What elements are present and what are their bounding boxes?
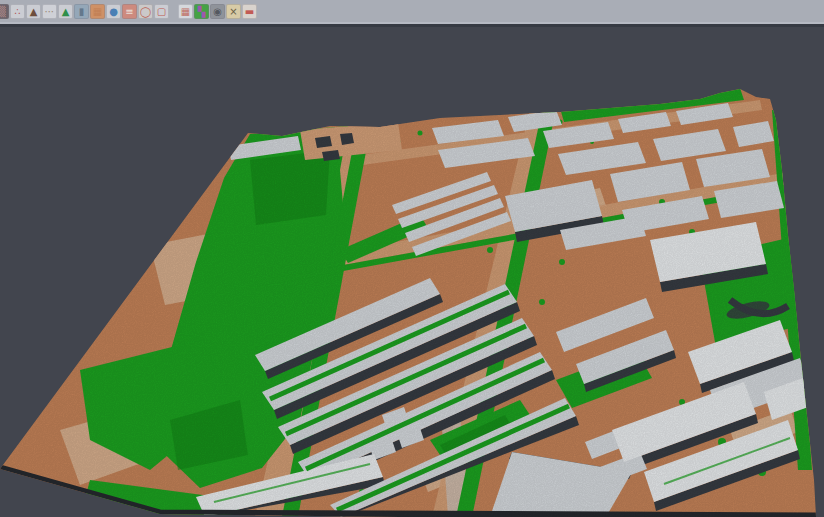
sparse-points-icon[interactable]: ⋯	[42, 4, 57, 19]
camera-lens-icon[interactable]: ◉	[210, 4, 225, 19]
point-cloud-scene[interactable]	[0, 0, 824, 517]
globe-icon[interactable]: ●	[106, 4, 121, 19]
main-toolbar: ▒∴▲⋯▲▮▦●≡◯▢▦▚◉×▬	[0, 0, 824, 24]
eraser-icon[interactable]: ▬	[242, 4, 257, 19]
toolbar-divider	[0, 24, 824, 27]
elevation-ramp-icon[interactable]: ≡	[122, 4, 137, 19]
terrain-mound-icon[interactable]: ▲	[26, 4, 41, 19]
checker-overlay-icon[interactable]: ▦	[178, 4, 193, 19]
toolbar-separator	[170, 4, 177, 19]
class-edit-icon[interactable]: ×	[226, 4, 241, 19]
point-cloud-icon[interactable]: ▒	[0, 4, 9, 19]
selection-corners-icon[interactable]: ▢	[154, 4, 169, 19]
ortho-tile-icon[interactable]: ▦	[90, 4, 105, 19]
green-hill-icon[interactable]: ▲	[58, 4, 73, 19]
profile-column-icon[interactable]: ▮	[74, 4, 89, 19]
scatter-classes-icon[interactable]: ∴	[10, 4, 25, 19]
application-window: ▒∴▲⋯▲▮▦●≡◯▢▦▚◉×▬	[0, 0, 824, 517]
target-circle-icon[interactable]: ◯	[138, 4, 153, 19]
classification-palette-icon[interactable]: ▚	[194, 4, 209, 19]
